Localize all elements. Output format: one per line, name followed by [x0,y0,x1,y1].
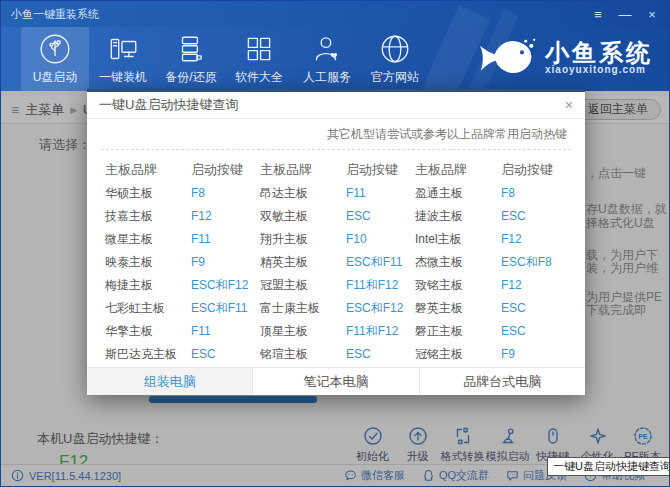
brand-text: 小鱼系统 xiaoyuxitong.com [545,40,653,76]
brand-cell: 映泰主板 [105,251,191,274]
brand-cell: 华擎主板 [105,320,191,343]
globe-icon [378,32,412,66]
key-cell: F12 [501,274,570,297]
key-cell: ESC和F11 [191,297,260,320]
brand-logo[interactable]: 小鱼系统 xiaoyuxitong.com [478,36,653,80]
column-header-brand: 主板品牌 [415,157,501,182]
dialog-note: 其它机型请尝试或参考以上品牌常用启动热键 [87,119,585,147]
tab-assembled-pc[interactable]: 组装电脑 [87,368,252,395]
key-cell: ESC和F8 [501,251,570,274]
nav-item-usb-boot[interactable]: U盘启动 [21,27,89,91]
tab-brand-desktop[interactable]: 品牌台式电脑 [419,368,585,395]
main-nav: U盘启动一键装机备份/还原软件大全人工服务官方网站 小鱼系统 xiaoyuxit… [1,27,669,91]
brand-cell: Intel主板 [415,228,501,251]
key-cell: F11和F12 [346,274,415,297]
brand-cell: 双敏主板 [260,205,346,228]
column-header-key: 启动按键 [346,157,415,182]
nav-item-backup-restore[interactable]: 备份/还原 [157,27,225,91]
column-header-key: 启动按键 [191,157,260,182]
brand-name: 小鱼系统 [545,40,653,65]
titlebar: 小鱼一键重装系统 ≡ — × [1,1,669,27]
grid-icon [242,32,276,66]
key-cell: ESC [501,320,570,343]
nav-item-label: 一键装机 [99,69,147,86]
brand-cell: 富士康主板 [260,297,346,320]
key-cell: ESC [346,343,415,366]
key-cell: F12 [501,228,570,251]
key-cell: ESC [346,205,415,228]
key-cell: F11 [346,182,415,205]
key-cell: F11 [191,228,260,251]
brand-cell: 捷波主板 [415,205,501,228]
hotkey-dialog: 一键U盘启动快捷键查询 × 其它机型请尝试或参考以上品牌常用启动热键 主板品牌启… [87,89,585,395]
brand-cell: 杰微主板 [415,251,501,274]
brand-cell: 冠铭主板 [415,343,501,366]
brand-cell: 技嘉主板 [105,205,191,228]
fish-logo-icon [478,36,536,80]
nav-item-software-library[interactable]: 软件大全 [225,27,293,91]
key-cell: ESC [501,205,570,228]
nav-item-label: U盘启动 [33,69,78,86]
brand-cell: 冠盟主板 [260,274,346,297]
tab-indicator [149,396,317,403]
nav-item-label: 软件大全 [235,69,283,86]
brand-cell: 磐英主板 [415,297,501,320]
key-cell: ESC [191,343,260,366]
hotkey-table: 主板品牌启动按键主板品牌启动按键主板品牌启动按键华硕主板F8昂达主板F11盈通主… [87,150,585,367]
brand-cell: 磐正主板 [415,320,501,343]
brand-cell: 顶星主板 [260,320,346,343]
key-cell: ESC和F11 [346,251,415,274]
column-header-brand: 主板品牌 [105,157,191,182]
key-cell: ESC [501,297,570,320]
dialog-title: 一键U盘启动快捷键查询 [99,96,238,114]
brand-domain: xiaoyuxitong.com [545,65,653,76]
nav-item-label: 人工服务 [303,69,351,86]
nav-item-official-site[interactable]: 官方网站 [361,27,429,91]
tooltip: 一键U盘启动快捷键查询 [547,457,670,476]
nav-item-label: 官方网站 [371,69,419,86]
dialog-header: 一键U盘启动快捷键查询 × [87,92,585,119]
brand-cell: 华硕主板 [105,182,191,205]
column-header-brand: 主板品牌 [260,157,346,182]
person-icon [310,32,344,66]
brand-cell: 微星主板 [105,228,191,251]
key-cell: ESC和F12 [191,274,260,297]
app-window: 小鱼一键重装系统 ≡ — × U盘启动一键装机备份/还原软件大全人工服务官方网站… [0,0,670,487]
tab-laptop[interactable]: 笔记本电脑 [252,368,418,395]
brand-cell: 昂达主板 [260,182,346,205]
nav-item-one-click-install[interactable]: 一键装机 [89,27,157,91]
key-cell: F8 [501,182,570,205]
window-menu-icon[interactable]: ≡ [591,7,605,22]
key-cell: F12 [191,205,260,228]
key-cell: F9 [191,251,260,274]
brand-cell: 精英主板 [260,251,346,274]
dialog-close-button[interactable]: × [565,97,573,113]
brand-cell: 盈通主板 [415,182,501,205]
brand-cell: 梅捷主板 [105,274,191,297]
column-header-key: 启动按键 [501,157,570,182]
brand-cell: 致铭主板 [415,274,501,297]
computer-icon [106,32,140,66]
dialog-tabs: 组装电脑笔记本电脑品牌台式电脑 [87,367,585,395]
brand-cell: 翔升主板 [260,228,346,251]
brand-cell: 斯巴达克主板 [105,343,191,366]
nav-item-label: 备份/还原 [165,69,216,86]
nav-item-manual-service[interactable]: 人工服务 [293,27,361,91]
key-cell: ESC和F12 [346,297,415,320]
window-title: 小鱼一键重装系统 [11,7,99,22]
usb-icon [38,32,72,66]
brand-cell: 七彩虹主板 [105,297,191,320]
key-cell: F11 [191,320,260,343]
window-controls: ≡ — × [591,7,659,22]
key-cell: F10 [346,228,415,251]
key-cell: F9 [501,343,570,366]
brand-cell: 铭瑄主板 [260,343,346,366]
key-cell: F11和F12 [346,320,415,343]
close-button[interactable]: × [645,7,659,22]
minimize-button[interactable]: — [618,7,632,22]
key-cell: F8 [191,182,260,205]
server-icon [174,32,208,66]
